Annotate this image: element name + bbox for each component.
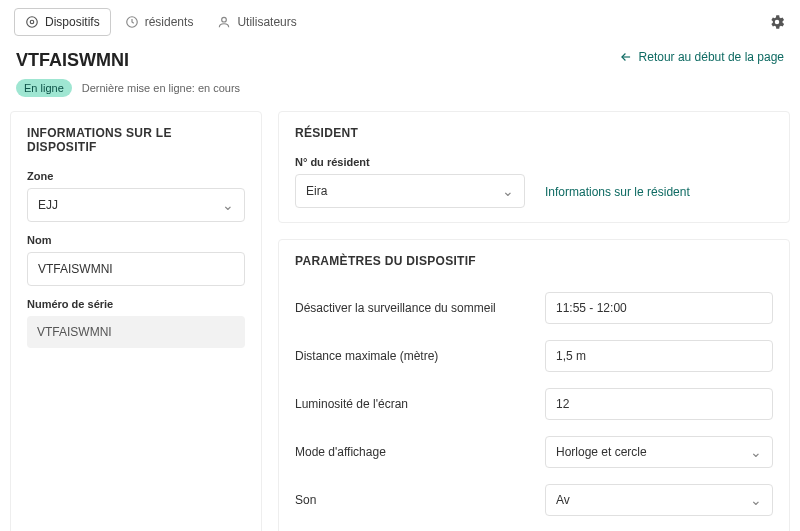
settings-row-control: Horloge et cercle⌄ <box>545 436 773 468</box>
clock-icon <box>125 15 139 29</box>
status-row: En ligne Dernière mise en ligne: en cour… <box>0 75 800 111</box>
device-settings-card: PARAMÈTRES DU DISPOSITIF Désactiver la s… <box>278 239 790 531</box>
svg-point-0 <box>27 17 38 28</box>
svg-point-1 <box>30 20 34 24</box>
nav-users-label: Utilisateurs <box>237 15 296 29</box>
chevron-down-icon: ⌄ <box>502 184 514 198</box>
serial-readonly: VTFAISWMNI <box>27 316 245 348</box>
nav-residents-label: résidents <box>145 15 194 29</box>
back-link-label: Retour au début de la page <box>639 50 784 64</box>
nav-devices[interactable]: Dispositifs <box>14 8 111 36</box>
page-header: VTFAISWMNI Retour au début de la page <box>0 44 800 75</box>
settings-row-label: Luminosité de l'écran <box>295 397 545 411</box>
serial-value: VTFAISWMNI <box>37 325 112 339</box>
settings-icon[interactable] <box>768 13 786 31</box>
settings-row: Luminosité de l'écran12 <box>295 380 773 428</box>
settings-row-label: Mode d'affichage <box>295 445 545 459</box>
resident-number-label: N° du résident <box>295 156 525 168</box>
settings-value: Av <box>556 493 570 507</box>
name-label: Nom <box>27 234 245 246</box>
right-column: RÉSIDENT N° du résident Eira ⌄ Informati… <box>278 111 790 531</box>
settings-input[interactable]: 1,5 m <box>545 340 773 372</box>
settings-value: 1,5 m <box>556 349 586 363</box>
device-info-card: INFORMATIONS SUR LE DISPOSITIF Zone EJJ … <box>10 111 262 531</box>
main-content: INFORMATIONS SUR LE DISPOSITIF Zone EJJ … <box>0 111 800 531</box>
settings-value: 11:55 - 12:00 <box>556 301 627 315</box>
zone-value: EJJ <box>38 198 58 212</box>
arrow-left-icon <box>619 50 633 64</box>
settings-rows: Désactiver la surveillance du sommeil11:… <box>295 284 773 531</box>
settings-row: Mode d'affichageHorloge et cercle⌄ <box>295 428 773 476</box>
settings-row-label: Désactiver la surveillance du sommeil <box>295 301 545 315</box>
settings-input[interactable]: 11:55 - 12:00 <box>545 292 773 324</box>
top-nav: Dispositifs résidents Utilisateurs <box>0 0 800 44</box>
settings-select[interactable]: Av⌄ <box>545 484 773 516</box>
settings-row-label: Distance maximale (mètre) <box>295 349 545 363</box>
resident-info-label: Informations sur le résident <box>545 185 690 199</box>
resident-title: RÉSIDENT <box>295 126 773 140</box>
settings-value: Horloge et cercle <box>556 445 647 459</box>
resident-info-link[interactable]: Informations sur le résident <box>545 185 690 208</box>
page-title: VTFAISWMNI <box>16 50 129 71</box>
settings-row-control: 1,5 m <box>545 340 773 372</box>
nav-devices-label: Dispositifs <box>45 15 100 29</box>
settings-row-control: 12 <box>545 388 773 420</box>
zone-label: Zone <box>27 170 245 182</box>
resident-card: RÉSIDENT N° du résident Eira ⌄ Informati… <box>278 111 790 223</box>
settings-value: 12 <box>556 397 569 411</box>
resident-value: Eira <box>306 184 327 198</box>
settings-row-label: Son <box>295 493 545 507</box>
name-input[interactable]: VTFAISWMNI <box>27 252 245 286</box>
serial-label: Numéro de série <box>27 298 245 310</box>
chevron-down-icon: ⌄ <box>750 493 762 507</box>
settings-input[interactable]: 12 <box>545 388 773 420</box>
last-online-text: Dernière mise en ligne: en cours <box>82 82 240 94</box>
settings-row-control: 11:55 - 12:00 <box>545 292 773 324</box>
name-value: VTFAISWMNI <box>38 262 113 276</box>
resident-select[interactable]: Eira ⌄ <box>295 174 525 208</box>
settings-row: Distance maximale (mètre)1,5 m <box>295 332 773 380</box>
settings-row: Désactiver la surveillance du sommeil11:… <box>295 284 773 332</box>
back-to-top-link[interactable]: Retour au début de la page <box>619 50 784 64</box>
device-info-title: INFORMATIONS SUR LE DISPOSITIF <box>27 126 245 154</box>
nav-users[interactable]: Utilisateurs <box>207 9 306 35</box>
settings-row-control: Av⌄ <box>545 484 773 516</box>
chevron-down-icon: ⌄ <box>750 445 762 459</box>
nav-residents[interactable]: résidents <box>115 9 204 35</box>
user-icon <box>217 15 231 29</box>
svg-point-3 <box>222 17 227 22</box>
status-badge: En ligne <box>16 79 72 97</box>
settings-row: Format de l'heure24 heures⌄ <box>295 524 773 531</box>
chevron-down-icon: ⌄ <box>222 198 234 212</box>
device-settings-title: PARAMÈTRES DU DISPOSITIF <box>295 254 773 268</box>
settings-select[interactable]: Horloge et cercle⌄ <box>545 436 773 468</box>
zone-select[interactable]: EJJ ⌄ <box>27 188 245 222</box>
devices-icon <box>25 15 39 29</box>
settings-row: SonAv⌄ <box>295 476 773 524</box>
